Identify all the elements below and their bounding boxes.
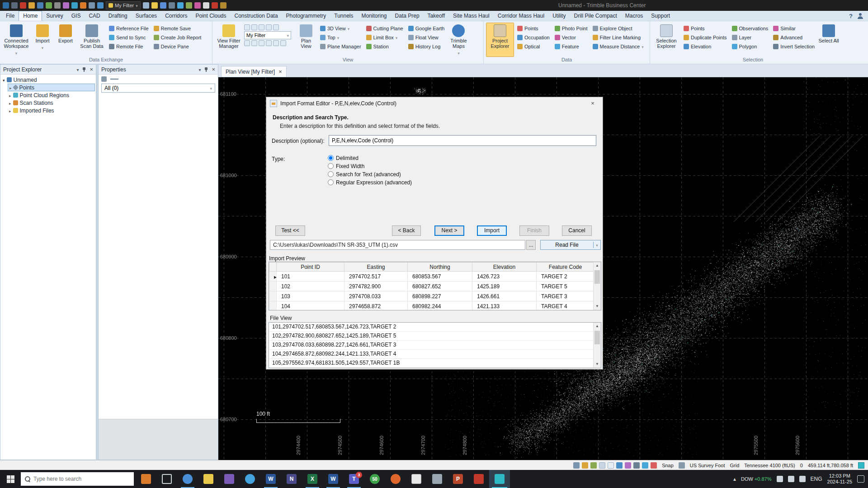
funnel-tool-icon[interactable]	[151, 2, 158, 9]
menu-tab-point-clouds[interactable]: Point Clouds	[191, 11, 230, 20]
taskbar-trimble-app[interactable]	[489, 470, 510, 488]
expander-open-icon[interactable]	[3, 77, 5, 83]
file-path-field[interactable]: C:\Users\lukas\Downloads\TN SR-353_UTM (…	[270, 240, 525, 250]
menu-tab-macros[interactable]: Macros	[621, 11, 647, 20]
record-stop-icon[interactable]	[212, 2, 218, 9]
view-filter-select[interactable]: My Filter	[244, 31, 291, 39]
station-button[interactable]: Station	[364, 42, 405, 51]
orbit-icon[interactable]	[244, 40, 250, 46]
taskbar-word-2[interactable]: W	[323, 470, 344, 488]
panel-menu-chevron-icon[interactable]	[76, 66, 79, 73]
scroll-thumb[interactable]	[594, 270, 600, 284]
walk-icon[interactable]	[259, 40, 264, 46]
radio-delimited[interactable]: Delimited	[328, 155, 359, 161]
taskbar-badge-app[interactable]: 50	[364, 470, 385, 488]
pan-icon[interactable]	[273, 24, 279, 30]
menu-tab-surfaces[interactable]: Surfaces	[132, 11, 161, 20]
select-layer-button[interactable]: Layer	[730, 33, 770, 42]
snap-label[interactable]: Snap	[662, 463, 674, 468]
radio-search-text[interactable]: Search for Text (advanced)	[328, 171, 401, 178]
close-tool-icon[interactable]	[220, 2, 226, 9]
tree-item-imported-files[interactable]: Imported Files	[8, 107, 95, 114]
remote-file-button[interactable]: Remote File	[107, 42, 151, 51]
user-account-icon[interactable]	[857, 13, 863, 19]
menu-tab-takeoff[interactable]: Takeoff	[424, 11, 449, 20]
color-swatch-icon[interactable]	[582, 462, 588, 469]
menu-tab-drill-pile-compact[interactable]: Drill Pile Compact	[570, 11, 621, 20]
test-button[interactable]: Test <<	[275, 225, 305, 236]
action-center-icon[interactable]	[857, 475, 864, 483]
edit-pencil-icon[interactable]	[63, 2, 69, 9]
snap-magnet-icon[interactable]	[679, 462, 685, 469]
expander-closed-icon[interactable]	[9, 84, 12, 91]
import-button-dialog[interactable]: Import	[477, 225, 507, 236]
taskbar-clock[interactable]: 12:03 PM 2024-11-25	[827, 473, 852, 485]
taskbar-onenote[interactable]: N	[281, 470, 302, 488]
next-button[interactable]: Next >	[434, 225, 464, 236]
device-pane-button[interactable]: Device Pane	[152, 42, 203, 51]
ruler-icon[interactable]	[89, 2, 95, 9]
feature-button[interactable]: Feature	[553, 42, 590, 51]
scroll-down-icon[interactable]: ▼	[594, 361, 601, 368]
save-icon[interactable]	[37, 2, 43, 9]
taskbar-notepad[interactable]	[406, 470, 427, 488]
taskbar-search[interactable]	[21, 472, 134, 486]
ortho-icon[interactable]	[642, 462, 648, 469]
back-button[interactable]: < Back	[392, 225, 421, 236]
export-button[interactable]: Export	[55, 23, 76, 57]
panel-menu-chevron-icon[interactable]	[198, 66, 201, 73]
points-button[interactable]: Points	[515, 24, 552, 33]
zoom-window-icon[interactable]	[259, 24, 264, 30]
float-view-button[interactable]: Float View	[406, 33, 447, 42]
layer-manager-icon[interactable]	[573, 462, 580, 469]
occupation-button[interactable]: Occupation	[515, 33, 552, 42]
send-to-sync-button[interactable]: Send to Sync	[107, 33, 151, 42]
remote-save-button[interactable]: Remote Save	[152, 24, 203, 33]
taskbar-powerpoint[interactable]: P	[448, 470, 468, 488]
select-points-button[interactable]: Points	[682, 24, 729, 33]
taskbar-floppy-app[interactable]	[219, 470, 240, 488]
tree-item-project[interactable]: Unnamed	[1, 76, 95, 84]
radio-regex-input[interactable]	[328, 179, 334, 185]
menu-tab-cad[interactable]: CAD	[85, 11, 104, 20]
taskbar-red-app[interactable]	[468, 470, 489, 488]
duplicate-points-button[interactable]: Duplicate Points	[682, 33, 729, 42]
menu-tab-construction-data[interactable]: Construction Data	[231, 11, 282, 20]
taskbar-window-app[interactable]	[427, 470, 448, 488]
menu-tab-data-prep[interactable]: Data Prep	[391, 11, 424, 20]
import-button[interactable]: Import	[32, 23, 53, 57]
zoom-in-icon[interactable]	[244, 24, 250, 30]
open-project-icon[interactable]	[28, 2, 35, 9]
browse-button[interactable]: ...	[526, 240, 536, 250]
menu-tab-corridors[interactable]: Corridors	[161, 11, 191, 20]
scroll-up-icon[interactable]: ▲	[594, 323, 601, 330]
pin-icon[interactable]	[82, 67, 86, 72]
column-header[interactable]: Point ID	[277, 263, 344, 272]
column-header[interactable]: Elevation	[472, 263, 537, 272]
taskbar-teams[interactable]: T 3	[344, 470, 364, 488]
grid-tool-icon[interactable]	[97, 2, 104, 9]
google-earth-button[interactable]: Google Earth	[406, 24, 447, 33]
select-all-button[interactable]: Select All	[818, 23, 840, 57]
table-row[interactable]: 102 2974782.900 680827.652 1425.189 TARG…	[269, 282, 594, 291]
radio-regex[interactable]: Regular Expression (advanced)	[328, 179, 412, 186]
menu-tab-home[interactable]: Home	[19, 11, 42, 21]
top-view-button[interactable]: Top	[318, 33, 363, 42]
create-job-report-button[interactable]: Create Job Report	[152, 33, 203, 42]
point-style-icon[interactable]	[616, 462, 623, 469]
power-icon[interactable]	[20, 2, 26, 9]
stock-ticker[interactable]: DOW +0.87%	[741, 476, 772, 482]
menu-tab-site-mass-haul[interactable]: Site Mass Haul	[449, 11, 494, 20]
taskbar-chrome[interactable]	[177, 470, 198, 488]
properties-scope-select[interactable]: All (0)	[101, 84, 215, 93]
expander-closed-icon[interactable]	[9, 100, 11, 106]
radio-delimited-input[interactable]	[328, 155, 334, 161]
properties-filter-icon[interactable]	[101, 76, 107, 82]
menu-tab-file[interactable]: File	[2, 11, 19, 20]
document-tool-icon[interactable]	[203, 2, 209, 9]
column-header[interactable]: Easting	[344, 263, 408, 272]
task-view-button[interactable]	[156, 470, 177, 488]
expander-closed-icon[interactable]	[9, 108, 11, 114]
gis-globe-icon[interactable]	[46, 2, 52, 9]
menu-tab-drafting[interactable]: Drafting	[104, 11, 132, 20]
